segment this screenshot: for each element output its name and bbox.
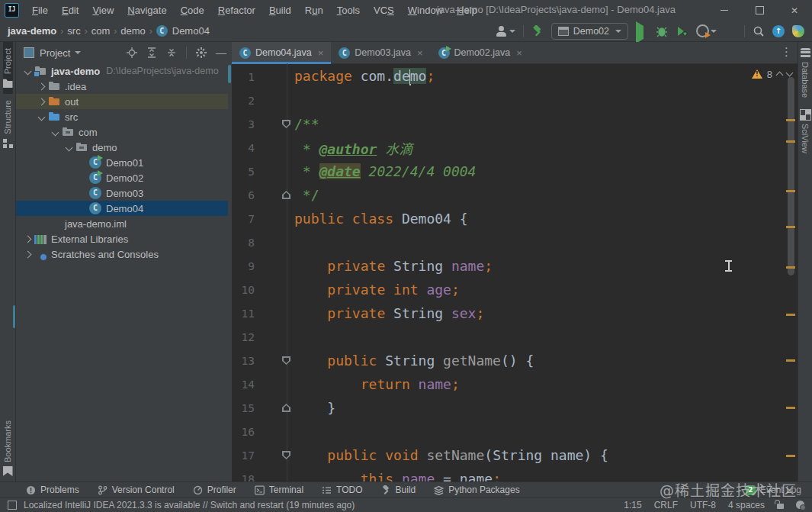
close-tab-icon[interactable]: ×	[516, 47, 522, 59]
menu-edit[interactable]: Edit	[55, 5, 85, 16]
stripe-tab-project[interactable]: Project	[3, 42, 13, 94]
chevron-collapsed-icon[interactable]	[37, 98, 45, 105]
line-number[interactable]: 6	[232, 189, 255, 201]
run-configuration-select[interactable]: Demo02	[551, 23, 628, 40]
user-menu-button[interactable]	[496, 25, 515, 37]
fold-end-icon[interactable]	[282, 404, 290, 412]
project-panel-title[interactable]: Project	[40, 47, 70, 59]
breadcrumb-item-src[interactable]: src	[67, 25, 80, 37]
project-tree-scrollbar[interactable]	[228, 65, 231, 83]
update-available-button[interactable]: ↑	[772, 25, 785, 37]
menu-run[interactable]: Run	[298, 5, 330, 16]
tree-item-src[interactable]: src	[16, 109, 228, 124]
settings-gear-button[interactable]	[196, 47, 207, 58]
menu-code[interactable]: Code	[174, 5, 211, 16]
warning-stripe-mark[interactable]	[786, 455, 795, 457]
line-number[interactable]: 3	[232, 118, 255, 130]
warning-stripe-mark[interactable]	[786, 407, 795, 409]
line-number[interactable]: 17	[232, 449, 255, 462]
debug-button[interactable]	[656, 25, 668, 37]
select-opened-file-button[interactable]	[127, 47, 137, 58]
breadcrumb-item-demo[interactable]: demo	[120, 25, 146, 37]
tree-item--idea[interactable]: .idea	[16, 79, 228, 94]
collapse-all-button[interactable]	[166, 47, 177, 58]
menu-tools[interactable]: Tools	[330, 5, 367, 16]
minimize-button[interactable]	[707, 0, 742, 21]
profiler-button[interactable]	[695, 24, 717, 38]
build-project-button[interactable]	[531, 25, 544, 37]
warning-stripe-mark[interactable]	[786, 314, 795, 316]
warning-stripe-mark[interactable]	[786, 119, 795, 121]
notifications-icon[interactable]	[796, 501, 804, 509]
chevron-expanded-icon[interactable]	[65, 143, 72, 151]
stripe-tab-structure[interactable]: Structure	[3, 94, 13, 154]
editor-tab-demo02-java[interactable]: CDemo02.java×	[431, 42, 530, 63]
tree-item-com[interactable]: com	[16, 124, 228, 140]
tool-button-problems[interactable]: Problems	[26, 485, 79, 495]
line-number[interactable]: 8	[232, 237, 255, 249]
hide-panel-button[interactable]: —	[216, 47, 226, 59]
prev-problem-icon[interactable]	[776, 72, 784, 79]
line-ending[interactable]: CRLF	[654, 500, 678, 510]
code-editor[interactable]: 1package com.demo;23/**4 * @author 水滴5 *…	[232, 63, 788, 482]
menu-view[interactable]: View	[85, 5, 120, 16]
fold-start-icon[interactable]	[282, 356, 290, 365]
expand-all-button[interactable]	[146, 47, 157, 58]
unlock-icon[interactable]	[777, 504, 784, 509]
breadcrumb-item-demo04[interactable]: CDemo04	[156, 25, 210, 37]
chevron-collapsed-icon[interactable]	[37, 82, 45, 90]
line-number[interactable]: 12	[232, 331, 255, 343]
warning-stripe-mark[interactable]	[786, 266, 795, 269]
stripe-tab-database[interactable]: Database	[801, 42, 810, 104]
stop-button[interactable]	[724, 25, 737, 37]
warning-stripe-mark[interactable]	[786, 140, 795, 143]
line-number[interactable]: 14	[232, 378, 255, 391]
tree-item-demo[interactable]: demo	[16, 140, 228, 155]
line-number[interactable]: 16	[232, 426, 255, 438]
event-log-button[interactable]: 2Event Log	[746, 485, 801, 495]
plugin-colorful-icon[interactable]	[792, 25, 804, 37]
warning-stripe-mark[interactable]	[786, 359, 795, 362]
close-tab-icon[interactable]: ×	[318, 47, 324, 59]
run-with-coverage-button[interactable]	[676, 25, 688, 37]
tool-button-python-packages[interactable]: Python Packages	[434, 485, 519, 495]
line-number[interactable]: 2	[232, 95, 255, 107]
editor-scrollbar[interactable]	[788, 77, 794, 275]
editor-tab-demo04-java[interactable]: CDemo04.java×	[232, 42, 331, 63]
chevron-collapsed-icon[interactable]	[24, 235, 31, 243]
line-number[interactable]: 4	[232, 142, 255, 154]
tree-item-demo02[interactable]: CDemo02	[16, 170, 228, 185]
menu-vcs[interactable]: VCS	[367, 5, 401, 16]
fold-end-icon[interactable]	[282, 191, 290, 199]
indent-setting[interactable]: 4 spaces	[728, 500, 765, 510]
tool-button-terminal[interactable]: Terminal	[255, 485, 303, 495]
stripe-tab-sciview[interactable]: SciView	[801, 104, 810, 159]
tree-item-demo04[interactable]: CDemo04	[16, 201, 228, 216]
breadcrumb-item-com[interactable]: com	[91, 25, 111, 37]
fold-start-icon[interactable]	[282, 451, 290, 459]
line-number[interactable]: 9	[232, 260, 255, 272]
tree-item-demo03[interactable]: CDemo03	[16, 185, 228, 201]
tree-item-scratches-and-consoles[interactable]: Scratches and Consoles	[16, 246, 228, 262]
tree-item-java-demo-iml[interactable]: java-demo.iml	[16, 216, 228, 231]
maximize-button[interactable]	[742, 0, 777, 21]
line-number[interactable]: 13	[232, 355, 255, 367]
tree-item-external-libraries[interactable]: External Libraries	[16, 231, 228, 246]
chevron-expanded-icon[interactable]	[51, 128, 59, 136]
tree-item-java-demo[interactable]: java-demoD:\IdeaProjects\java-demo	[16, 63, 228, 79]
run-button[interactable]	[636, 24, 648, 38]
next-problem-icon[interactable]	[786, 69, 794, 77]
line-number[interactable]: 15	[232, 402, 255, 414]
line-number[interactable]: 7	[232, 213, 255, 225]
menu-navigate[interactable]: Navigate	[120, 5, 173, 16]
tool-button-profiler[interactable]: Profiler	[193, 485, 236, 495]
line-number[interactable]: 11	[232, 308, 255, 320]
close-tab-icon[interactable]: ×	[417, 47, 423, 59]
line-number[interactable]: 1	[232, 71, 255, 83]
tool-button-version-control[interactable]: Version Control	[98, 485, 175, 495]
fold-start-icon[interactable]	[282, 120, 290, 128]
editor-tab-demo03-java[interactable]: CDemo03.java×	[331, 42, 430, 63]
chevron-expanded-icon[interactable]	[37, 113, 45, 121]
file-encoding[interactable]: UTF-8	[690, 500, 716, 510]
caret-position[interactable]: 1:15	[624, 500, 641, 510]
